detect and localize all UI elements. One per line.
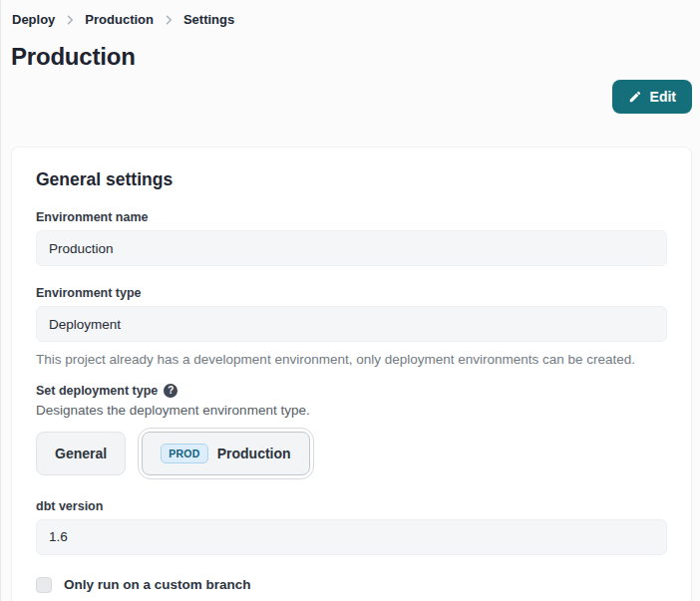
deployment-type-label: Set deployment type ? (36, 384, 667, 398)
deployment-type-label-text: Set deployment type (36, 384, 158, 398)
help-icon[interactable]: ? (164, 384, 177, 398)
edit-button-label: Edit (650, 89, 676, 105)
edit-button[interactable]: Edit (612, 80, 692, 114)
deployment-type-options: General PROD Production (36, 428, 667, 479)
environment-type-helper: This project already has a development e… (36, 351, 667, 369)
breadcrumb-production[interactable]: Production (85, 12, 154, 27)
page-title: Production (11, 43, 692, 71)
general-settings-card: General settings Environment name Enviro… (11, 147, 692, 601)
environment-type-input[interactable] (36, 306, 667, 342)
breadcrumb: Deploy Production Settings (11, 10, 692, 27)
option-general-button[interactable]: General (36, 432, 126, 475)
breadcrumb-deploy[interactable]: Deploy (12, 12, 55, 27)
option-production-button[interactable]: PROD Production (142, 432, 309, 475)
dbt-version-input[interactable] (36, 519, 667, 555)
chevron-right-icon (163, 14, 175, 26)
deployment-type-description: Designates the deployment environment ty… (36, 403, 667, 418)
chevron-right-icon (64, 14, 76, 26)
option-general-label: General (55, 446, 107, 461)
settings-page: Deploy Production Settings Production Ed… (1, 0, 700, 601)
pencil-icon (628, 90, 642, 104)
custom-branch-row: Only run on a custom branch (36, 577, 667, 593)
dbt-version-label: dbt version (36, 499, 667, 513)
prod-badge: PROD (161, 444, 208, 463)
environment-name-label: Environment name (36, 210, 667, 224)
option-production-label: Production (217, 446, 291, 461)
environment-name-input[interactable] (36, 230, 667, 266)
custom-branch-label: Only run on a custom branch (64, 577, 251, 592)
actions-row: Edit (11, 80, 692, 114)
option-production-selected-ring: PROD Production (138, 428, 313, 479)
environment-type-label: Environment type (36, 286, 667, 300)
custom-branch-checkbox[interactable] (36, 577, 52, 593)
card-heading: General settings (36, 169, 667, 190)
breadcrumb-settings: Settings (183, 12, 234, 27)
